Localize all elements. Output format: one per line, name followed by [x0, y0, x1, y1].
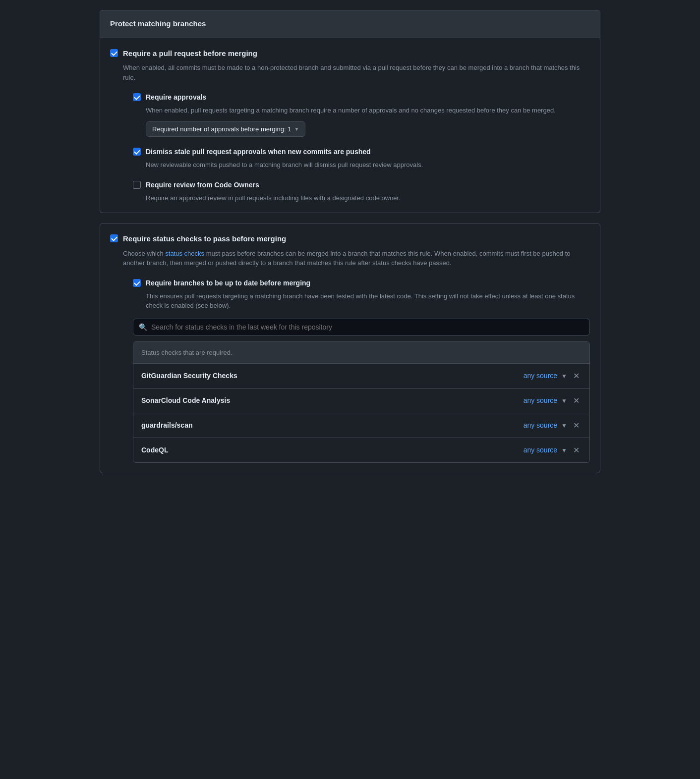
any-source-link-guardrails[interactable]: any source	[524, 420, 557, 431]
pull-request-rule: Require a pull request before merging Wh…	[100, 38, 600, 213]
status-check-row: GitGuardian Security Checks any source ▼…	[133, 364, 589, 389]
dismiss-stale-title: Dismiss stale pull request approvals whe…	[146, 147, 371, 157]
dismiss-stale-header: Dismiss stale pull request approvals whe…	[133, 147, 590, 157]
search-icon: 🔍	[139, 322, 147, 332]
status-checks-title: Require status checks to pass before mer…	[123, 233, 286, 245]
status-check-actions-codeql: any source ▼ ✕	[524, 445, 582, 455]
status-check-actions-sonarcloud: any source ▼ ✕	[524, 395, 582, 406]
page-title-text: Protect matching branches	[110, 19, 206, 28]
status-checks-description: Choose which status checks must pass bef…	[123, 249, 590, 268]
require-approvals-title: Require approvals	[146, 92, 206, 103]
status-checks-table-header: Status checks that are required.	[133, 342, 589, 364]
up-to-date-rule: Require branches to be up to date before…	[133, 278, 590, 311]
any-source-link-gitguardian[interactable]: any source	[524, 371, 557, 381]
require-approvals-rule: Require approvals When enabled, pull req…	[133, 92, 590, 137]
source-chevron-icon-sonarcloud[interactable]: ▼	[561, 396, 567, 405]
status-checks-header: Require status checks to pass before mer…	[110, 233, 590, 245]
remove-gitguardian-button[interactable]: ✕	[571, 371, 582, 381]
remove-sonarcloud-button[interactable]: ✕	[571, 396, 582, 406]
dismiss-stale-description: New reviewable commits pushed to a match…	[146, 160, 590, 170]
status-check-actions-guardrails: any source ▼ ✕	[524, 420, 582, 431]
code-owners-title: Require review from Code Owners	[146, 180, 259, 190]
status-checks-link[interactable]: status checks	[165, 250, 204, 257]
source-chevron-icon-gitguardian[interactable]: ▼	[561, 372, 567, 381]
up-to-date-description: This ensures pull requests targeting a m…	[146, 291, 590, 311]
status-checks-table: Status checks that are required. GitGuar…	[133, 341, 590, 463]
up-to-date-title: Require branches to be up to date before…	[146, 278, 310, 288]
require-approvals-description: When enabled, pull requests targeting a …	[146, 106, 590, 115]
status-checks-search-container: 🔍	[133, 319, 590, 335]
status-check-row: SonarCloud Code Analysis any source ▼ ✕	[133, 389, 589, 413]
status-check-actions-gitguardian: any source ▼ ✕	[524, 371, 582, 381]
source-chevron-icon-guardrails[interactable]: ▼	[561, 421, 567, 430]
up-to-date-checkbox[interactable]	[133, 279, 141, 287]
status-check-name-gitguardian: GitGuardian Security Checks	[141, 371, 237, 381]
remove-codeql-button[interactable]: ✕	[571, 445, 582, 455]
status-checks-search-input[interactable]	[133, 319, 590, 335]
dismiss-stale-rule: Dismiss stale pull request approvals whe…	[133, 147, 590, 170]
status-checks-rule: Require status checks to pass before mer…	[100, 223, 600, 473]
code-owners-description: Require an approved review in pull reque…	[146, 193, 590, 203]
code-owners-rule: Require review from Code Owners Require …	[133, 180, 590, 203]
pull-request-header: Require a pull request before merging	[110, 48, 590, 59]
dismiss-stale-checkbox[interactable]	[133, 148, 141, 156]
status-check-name-sonarcloud: SonarCloud Code Analysis	[141, 395, 230, 406]
pull-request-checkbox-wrapper	[110, 49, 118, 57]
up-to-date-checkbox-wrapper	[133, 279, 141, 287]
status-check-name-codeql: CodeQL	[141, 445, 168, 455]
approvals-chevron-icon: ▼	[294, 125, 299, 133]
dismiss-stale-checkbox-wrapper	[133, 148, 141, 156]
status-checks-section: Require status checks to pass before mer…	[100, 223, 600, 473]
status-check-name-guardrails: guardrails/scan	[141, 420, 193, 431]
code-owners-header: Require review from Code Owners	[133, 180, 590, 190]
status-checks-checkbox[interactable]	[110, 234, 118, 242]
status-checks-sub-rules: Require branches to be up to date before…	[123, 278, 590, 463]
pull-request-section: Require a pull request before merging Wh…	[100, 38, 600, 214]
status-checks-desc-before: Choose which	[123, 250, 165, 257]
page-title: Protect matching branches	[100, 10, 600, 38]
pull-request-checkbox[interactable]	[110, 49, 118, 57]
require-approvals-header: Require approvals	[133, 92, 590, 103]
require-approvals-checkbox-wrapper	[133, 93, 141, 101]
source-chevron-icon-codeql[interactable]: ▼	[561, 446, 567, 455]
any-source-link-codeql[interactable]: any source	[524, 445, 557, 455]
status-check-row: CodeQL any source ▼ ✕	[133, 438, 589, 462]
pull-request-sub-rules: Require approvals When enabled, pull req…	[123, 92, 590, 203]
up-to-date-header: Require branches to be up to date before…	[133, 278, 590, 288]
code-owners-checkbox[interactable]	[133, 181, 141, 189]
pull-request-title: Require a pull request before merging	[123, 48, 257, 59]
code-owners-checkbox-wrapper	[133, 181, 141, 189]
status-check-row: guardrails/scan any source ▼ ✕	[133, 413, 589, 438]
pull-request-description: When enabled, all commits must be made t…	[123, 63, 590, 82]
remove-guardrails-button[interactable]: ✕	[571, 421, 582, 431]
status-checks-checkbox-wrapper	[110, 234, 118, 242]
approvals-dropdown[interactable]: Required number of approvals before merg…	[146, 121, 305, 137]
any-source-link-sonarcloud[interactable]: any source	[524, 395, 557, 406]
require-approvals-checkbox[interactable]	[133, 93, 141, 101]
approvals-dropdown-label: Required number of approvals before merg…	[152, 124, 291, 134]
